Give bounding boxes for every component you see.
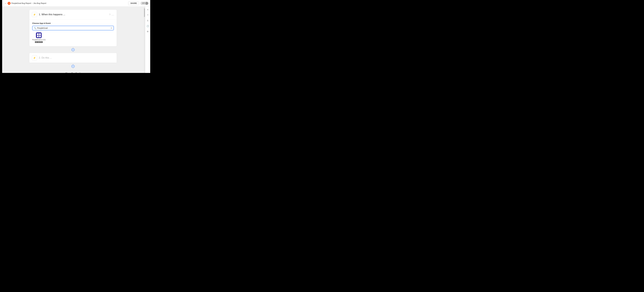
step1-help-icon[interactable]: ? [109, 13, 110, 16]
scrollbar[interactable] [144, 7, 145, 73]
header-right: SHARE OFF [128, 2, 148, 5]
logo-dot-2 [39, 33, 41, 35]
app-badge: BY INVITE [35, 41, 42, 43]
step1-title: 1. When this happens ... [39, 13, 109, 16]
step1-title-text: When this happens ... [42, 13, 65, 16]
header-left: ‹ ✳ PeopleGoal Bug Report > Jira Bug Rep… [4, 2, 128, 5]
search-app-input[interactable] [37, 27, 110, 29]
peoplegoal-logo-grid [36, 33, 42, 38]
connector-line-top-2 [73, 64, 73, 65]
search-app-input-wrapper[interactable]: 🔍 ✕ [32, 26, 114, 30]
connector-1: + [72, 47, 74, 53]
step1-more-icon[interactable]: ... [112, 13, 114, 16]
step2-icon: ⚡ [32, 55, 37, 60]
sidebar-settings-icon[interactable]: ⚙ [146, 30, 149, 33]
step2-card: ⚡ 2. Do this ... [29, 53, 117, 63]
app-header: ‹ ✳ PeopleGoal Bug Report > Jira Bug Rep… [2, 0, 150, 7]
main-layout: ⚡ 1. When this happens ... ? ... Choose … [2, 7, 150, 73]
connector-line-bottom [73, 51, 73, 52]
connector-2: + [72, 63, 74, 69]
peoplegoal-app-item[interactable]: PeopleGoal (1.0.0) BY INVITE [32, 32, 46, 43]
step1-card-header: ⚡ 1. When this happens ... ? ... [29, 10, 117, 20]
toggle-knob [145, 2, 148, 5]
step2-card-header: ⚡ 2. Do this ... [29, 53, 117, 63]
connector-line-bottom-2 [73, 68, 73, 69]
on-off-toggle[interactable]: OFF [140, 2, 148, 5]
step1-number: 1. [39, 13, 41, 16]
sidebar-help-icon[interactable]: ? [146, 14, 149, 17]
zapier-logo-icon: ✳ [8, 2, 10, 5]
app-name-label: PeopleGoal (1.0.0) [32, 39, 46, 41]
share-button[interactable]: SHARE [128, 2, 139, 5]
step2-title: 2. Do this ... [39, 56, 114, 59]
logo-dot-4 [39, 36, 41, 37]
step2-number: 2. [39, 56, 41, 59]
lightning-icon: ⚡ [33, 13, 36, 16]
app-results: PeopleGoal (1.0.0) BY INVITE [32, 30, 114, 44]
lightning-icon-2: ⚡ [33, 57, 36, 59]
sidebar-info-icon[interactable]: ℹ [146, 19, 149, 22]
add-step-button-2[interactable]: + [72, 65, 74, 68]
svg-text:✳: ✳ [8, 2, 10, 4]
step1-card-body: Choose App & Event 🔍 ✕ [29, 20, 117, 46]
share-feedback-button[interactable]: Share Feedback [65, 72, 81, 73]
toggle-label: OFF [142, 3, 145, 4]
right-sidebar: ≡ ? ℹ 🕐 ⚙ [145, 7, 150, 73]
step1-card: ⚡ 1. When this happens ... ? ... Choose … [29, 10, 117, 47]
peoplegoal-logo [36, 32, 42, 38]
breadcrumb-part1: PeopleGoal Bug Report [11, 2, 31, 4]
search-icon: 🔍 [34, 27, 36, 29]
step2-title-text: Do this ... [42, 56, 52, 59]
scrollbar-thumb[interactable] [144, 8, 145, 17]
add-step-button-1[interactable]: + [72, 48, 74, 51]
step1-icon: ⚡ [32, 12, 37, 17]
search-clear-icon[interactable]: ✕ [110, 27, 112, 29]
breadcrumb: PeopleGoal Bug Report > Jira Bug Report [11, 2, 46, 4]
breadcrumb-part2: Jira Bug Report [33, 2, 46, 4]
choose-app-label: Choose App & Event [32, 22, 114, 24]
logo-dot-3 [37, 36, 39, 37]
sidebar-lines-icon[interactable]: ≡ [146, 8, 149, 11]
content-area: ⚡ 1. When this happens ... ? ... Choose … [2, 7, 144, 73]
breadcrumb-separator: > [32, 2, 33, 4]
back-button[interactable]: ‹ [4, 2, 7, 5]
connector-line-top [73, 47, 73, 48]
sidebar-history-icon[interactable]: 🕐 [146, 25, 149, 28]
logo-dot-1 [37, 33, 39, 35]
